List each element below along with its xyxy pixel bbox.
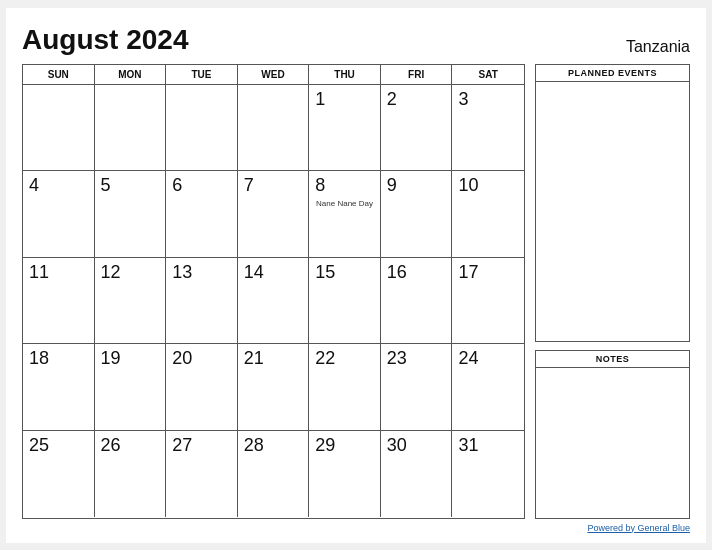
day-cell: 10 [452,171,524,258]
day-header-sat: SAT [452,65,524,84]
day-cell: 26 [95,431,167,518]
header: August 2024 Tanzania [22,24,690,56]
day-number: 4 [29,175,88,197]
calendar: SUNMONTUEWEDTHUFRISAT 12345678Nane Nane … [22,64,525,519]
day-cell: 20 [166,344,238,431]
day-number: 14 [244,262,303,284]
day-cell: 29 [309,431,381,518]
day-number: 2 [387,89,446,111]
day-number: 6 [172,175,231,197]
day-cell [23,85,95,172]
day-number: 21 [244,348,303,370]
day-number: 3 [458,89,518,111]
day-cell: 16 [381,258,453,345]
day-number: 29 [315,435,374,457]
day-cell [166,85,238,172]
day-cell: 25 [23,431,95,518]
general-blue-link[interactable]: Powered by General Blue [587,523,690,533]
day-number: 27 [172,435,231,457]
day-cell: 9 [381,171,453,258]
day-cell: 7 [238,171,310,258]
notes-content [536,368,689,517]
country-label: Tanzania [626,38,690,56]
planned-events-box: PLANNED EVENTS [535,64,690,343]
day-cell: 3 [452,85,524,172]
planned-events-title: PLANNED EVENTS [536,65,689,82]
day-number: 9 [387,175,446,197]
day-cell: 11 [23,258,95,345]
page-title: August 2024 [22,24,189,56]
day-cell [238,85,310,172]
notes-title: NOTES [536,351,689,368]
day-headers: SUNMONTUEWEDTHUFRISAT [23,65,524,85]
day-cell: 5 [95,171,167,258]
day-header-sun: SUN [23,65,95,84]
day-number: 15 [315,262,374,284]
day-cell: 4 [23,171,95,258]
day-number: 25 [29,435,88,457]
day-number: 28 [244,435,303,457]
day-cell: 24 [452,344,524,431]
day-number: 5 [101,175,160,197]
sidebar: PLANNED EVENTS NOTES [535,64,690,519]
day-number: 8 [315,175,374,197]
day-cell: 31 [452,431,524,518]
main-area: SUNMONTUEWEDTHUFRISAT 12345678Nane Nane … [22,64,690,519]
notes-box: NOTES [535,350,690,518]
day-cell: 2 [381,85,453,172]
page: August 2024 Tanzania SUNMONTUEWEDTHUFRIS… [6,8,706,543]
day-cell [95,85,167,172]
day-number: 22 [315,348,374,370]
day-cell: 13 [166,258,238,345]
day-cell: 18 [23,344,95,431]
day-header-mon: MON [95,65,167,84]
day-number: 23 [387,348,446,370]
footer: Powered by General Blue [22,523,690,533]
day-number: 31 [458,435,518,457]
day-cell: 30 [381,431,453,518]
day-cell: 22 [309,344,381,431]
day-number: 19 [101,348,160,370]
day-cell: 21 [238,344,310,431]
planned-events-content [536,82,689,342]
day-header-wed: WED [238,65,310,84]
day-number: 20 [172,348,231,370]
day-header-tue: TUE [166,65,238,84]
day-cell: 12 [95,258,167,345]
day-cell: 28 [238,431,310,518]
day-number: 1 [315,89,374,111]
day-cell: 1 [309,85,381,172]
calendar-grid: 12345678Nane Nane Day9101112131415161718… [23,85,524,518]
day-cell: 14 [238,258,310,345]
day-number: 30 [387,435,446,457]
day-number: 11 [29,262,88,284]
day-number: 7 [244,175,303,197]
day-number: 17 [458,262,518,284]
day-number: 18 [29,348,88,370]
day-header-fri: FRI [381,65,453,84]
day-cell: 19 [95,344,167,431]
day-cell: 17 [452,258,524,345]
day-cell: 27 [166,431,238,518]
day-cell: 23 [381,344,453,431]
day-event-label: Nane Nane Day [315,199,374,209]
day-header-thu: THU [309,65,381,84]
day-cell: 6 [166,171,238,258]
day-cell: 8Nane Nane Day [309,171,381,258]
day-number: 10 [458,175,518,197]
day-number: 13 [172,262,231,284]
day-cell: 15 [309,258,381,345]
day-number: 16 [387,262,446,284]
day-number: 24 [458,348,518,370]
day-number: 12 [101,262,160,284]
day-number: 26 [101,435,160,457]
